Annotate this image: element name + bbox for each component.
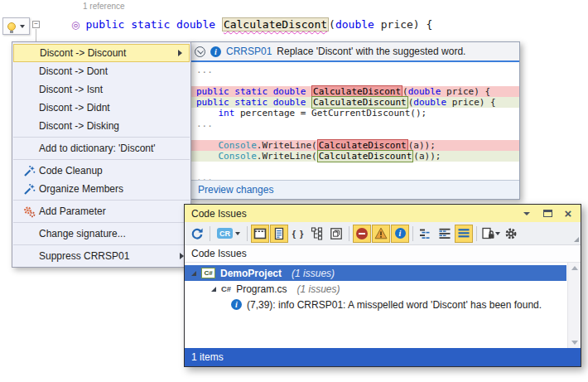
toolbar-separator: [210, 226, 210, 241]
show-info-button[interactable]: [391, 225, 409, 243]
code-token: Console: [219, 140, 257, 151]
package-button[interactable]: [327, 225, 345, 243]
menu-item-label: Code Cleanup: [39, 165, 103, 176]
vertical-scrollbar[interactable]: [567, 263, 581, 348]
package-icon: [330, 227, 343, 240]
menu-item[interactable]: Code Cleanup: [12, 162, 190, 180]
code-token: static: [131, 18, 176, 31]
rule-code: CRRSP01: [226, 46, 272, 57]
show-errors-button[interactable]: [353, 225, 371, 243]
code-token: double: [408, 86, 441, 97]
file-lock-button[interactable]: [480, 225, 501, 243]
show-warnings-button[interactable]: [372, 225, 390, 243]
lightbulb-menu: Discont -> DiscountDiscont -> DontDiscon…: [12, 41, 191, 268]
window-title-bar[interactable]: Code Issues: [185, 205, 581, 222]
lightbulb-icon: [7, 22, 16, 31]
refresh-button[interactable]: [188, 225, 206, 243]
code-token: price) {: [446, 97, 496, 108]
window-menu-button[interactable]: [521, 208, 533, 220]
add-parameter-icon: [19, 206, 39, 218]
toolbar-separator: [476, 226, 477, 241]
menu-item[interactable]: Organize Members: [12, 180, 190, 198]
doc-lock-icon: [481, 227, 495, 240]
scroll-down-icon[interactable]: [571, 341, 578, 345]
rule-message: Replace 'Discont' with the suggested wor…: [277, 46, 465, 57]
codelens-references[interactable]: 1 reference: [83, 2, 125, 11]
menu-separator: [13, 244, 190, 245]
issue-count: (1 issues): [297, 283, 340, 295]
code-token: int: [219, 108, 235, 118]
menu-item[interactable]: Discont -> Dont: [12, 62, 190, 80]
toolbar-separator: [247, 226, 248, 241]
preview-pane-button[interactable]: [251, 225, 269, 243]
menu-separator: [13, 200, 190, 201]
info-icon: [231, 299, 242, 310]
collapse-chevron-icon[interactable]: [195, 46, 205, 57]
detail-view-button[interactable]: [436, 225, 454, 243]
code-token: [196, 140, 219, 151]
menu-item[interactable]: Discont -> Discount: [13, 44, 190, 62]
flat-view-button[interactable]: [455, 225, 473, 243]
tree-row[interactable]: (7,39): info CRRSP01: A misspelled word …: [185, 297, 566, 312]
menu-item[interactable]: Suppress CRRSP01: [12, 247, 190, 265]
code-token: ...: [196, 172, 213, 180]
close-button[interactable]: [562, 208, 574, 220]
menu-item[interactable]: Discont -> Didnt: [12, 99, 190, 117]
menu-item[interactable]: Add Parameter: [12, 202, 190, 220]
menu-separator: [13, 222, 190, 223]
tree-row[interactable]: C#Program.cs(1 issues): [185, 281, 566, 297]
code-token: CalculateDiscount: [311, 96, 408, 109]
code-token: price) {: [441, 86, 490, 97]
code-token: double: [176, 18, 222, 31]
maximize-button[interactable]: [542, 208, 553, 220]
info-icon: [210, 46, 221, 57]
code-cleanup-icon: [19, 165, 39, 177]
toolbar-separator: [412, 226, 413, 241]
editor-line-1: public static double CalculateDiscont(do…: [85, 18, 432, 31]
preview-code-line: public static double CalculateDiscount(d…: [190, 97, 519, 108]
dropdown-arrow-icon: [495, 232, 500, 235]
hierarchy-icon: [311, 227, 324, 240]
scroll-up-icon[interactable]: [571, 266, 578, 270]
chevron-down-icon: [523, 212, 530, 215]
chevron-down-icon: [20, 25, 25, 28]
tree-row[interactable]: C#DemoProject(1 issues): [185, 265, 566, 281]
code-token: price) {: [374, 18, 432, 31]
menu-item-label: Discont -> Discount: [40, 47, 126, 59]
issues-toolbar: CR{ }: [185, 222, 581, 245]
editor-line[interactable]: ◎public static double CalculateDiscont(d…: [71, 18, 432, 31]
menu-item-label: Discont -> Isnt: [39, 84, 103, 95]
toolbar-overflow-icon[interactable]: [574, 237, 579, 242]
lightbulb-button[interactable]: [2, 17, 30, 35]
group-view-button[interactable]: [417, 225, 435, 243]
show-source-button[interactable]: [270, 225, 288, 243]
issues-tree-panel: C#DemoProject(1 issues)C#Program.cs(1 is…: [185, 263, 581, 348]
coderush-button[interactable]: CR: [214, 225, 243, 243]
braces-button[interactable]: { }: [289, 225, 307, 243]
menu-item[interactable]: Discont -> Disking: [12, 117, 190, 135]
preview-code-line: ...: [190, 118, 519, 129]
preview-changes-link[interactable]: Preview changes: [190, 184, 273, 196]
code-token: ...: [196, 65, 213, 75]
issues-tree: C#DemoProject(1 issues)C#Program.cs(1 is…: [185, 265, 581, 312]
code-token: public: [85, 18, 131, 31]
menu-item-label: Suppress CRRSP01: [39, 250, 129, 262]
window-icon: [253, 228, 267, 239]
menu-item[interactable]: Add to dictionary: 'Discont': [12, 139, 190, 157]
code-token: Console: [219, 151, 257, 162]
warning-icon: [374, 227, 388, 239]
code-token: CalculateDiscount: [317, 150, 414, 162]
expander-icon[interactable]: [191, 271, 196, 276]
outlining-line: [36, 29, 36, 41]
outlining-collapse-icon[interactable]: [32, 21, 40, 28]
hierarchy-button[interactable]: [308, 225, 326, 243]
tree-item-label: Program.cs: [236, 283, 287, 295]
csharp-project-icon: C#: [201, 268, 215, 278]
menu-item[interactable]: Change signature...: [12, 225, 190, 243]
code-token: [196, 108, 219, 118]
expander-icon[interactable]: [211, 287, 216, 292]
document-icon: [272, 227, 286, 240]
settings-button[interactable]: [502, 225, 520, 243]
menu-item[interactable]: Discont -> Isnt: [12, 80, 190, 99]
issue-count: (1 issues): [292, 268, 335, 279]
